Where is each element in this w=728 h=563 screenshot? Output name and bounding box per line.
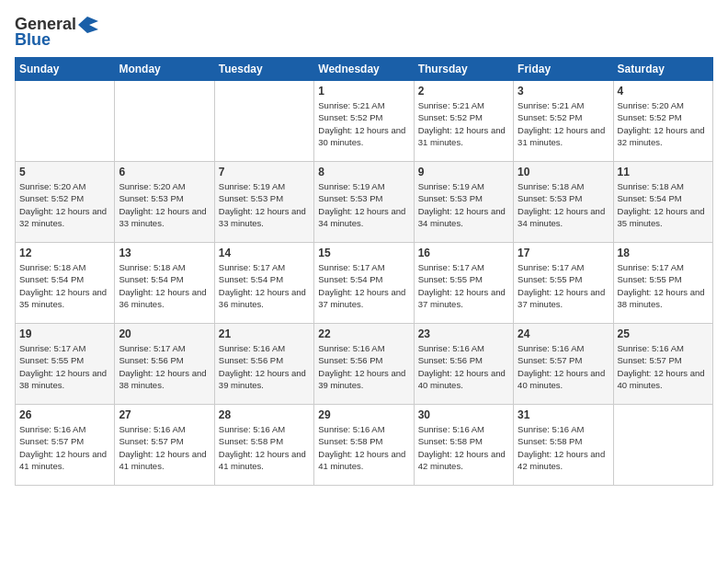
day-info: Sunrise: 5:20 AMSunset: 5:52 PMDaylight:… bbox=[19, 180, 110, 229]
day-number: 11 bbox=[618, 166, 709, 178]
logo: General Blue bbox=[15, 15, 98, 50]
day-info: Sunrise: 5:17 AMSunset: 5:56 PMDaylight:… bbox=[119, 342, 210, 391]
day-info: Sunrise: 5:20 AMSunset: 5:52 PMDaylight:… bbox=[618, 99, 709, 148]
day-info: Sunrise: 5:17 AMSunset: 5:55 PMDaylight:… bbox=[518, 261, 609, 310]
calendar-cell: 16Sunrise: 5:17 AMSunset: 5:55 PMDayligh… bbox=[414, 243, 513, 324]
day-info: Sunrise: 5:19 AMSunset: 5:53 PMDaylight:… bbox=[219, 180, 310, 229]
weekday-header-sunday: Sunday bbox=[16, 58, 115, 81]
calendar-cell: 9Sunrise: 5:19 AMSunset: 5:53 PMDaylight… bbox=[414, 162, 513, 243]
weekday-header-monday: Monday bbox=[115, 58, 214, 81]
day-number: 31 bbox=[518, 408, 609, 421]
day-number: 26 bbox=[19, 408, 110, 421]
day-info: Sunrise: 5:21 AMSunset: 5:52 PMDaylight:… bbox=[318, 99, 409, 148]
day-info: Sunrise: 5:18 AMSunset: 5:53 PMDaylight:… bbox=[518, 180, 609, 229]
calendar-cell: 4Sunrise: 5:20 AMSunset: 5:52 PMDaylight… bbox=[613, 81, 712, 162]
day-info: Sunrise: 5:18 AMSunset: 5:54 PMDaylight:… bbox=[19, 261, 110, 310]
logo-text-blue: Blue bbox=[15, 30, 51, 50]
calendar-cell: 13Sunrise: 5:18 AMSunset: 5:54 PMDayligh… bbox=[115, 243, 214, 324]
day-number: 2 bbox=[418, 85, 509, 98]
day-number: 30 bbox=[418, 408, 509, 421]
calendar-cell: 21Sunrise: 5:16 AMSunset: 5:56 PMDayligh… bbox=[214, 324, 313, 405]
day-info: Sunrise: 5:16 AMSunset: 5:58 PMDaylight:… bbox=[219, 423, 310, 472]
calendar-week-row: 12Sunrise: 5:18 AMSunset: 5:54 PMDayligh… bbox=[16, 243, 713, 324]
day-info: Sunrise: 5:16 AMSunset: 5:57 PMDaylight:… bbox=[518, 342, 609, 391]
day-number: 16 bbox=[418, 247, 509, 259]
day-info: Sunrise: 5:16 AMSunset: 5:56 PMDaylight:… bbox=[418, 342, 509, 391]
day-info: Sunrise: 5:16 AMSunset: 5:58 PMDaylight:… bbox=[518, 423, 609, 472]
calendar-cell: 2Sunrise: 5:21 AMSunset: 5:52 PMDaylight… bbox=[414, 81, 513, 162]
calendar-cell: 8Sunrise: 5:19 AMSunset: 5:53 PMDaylight… bbox=[314, 162, 414, 243]
weekday-header-tuesday: Tuesday bbox=[214, 58, 313, 81]
day-info: Sunrise: 5:19 AMSunset: 5:53 PMDaylight:… bbox=[418, 180, 509, 229]
day-info: Sunrise: 5:17 AMSunset: 5:55 PMDaylight:… bbox=[618, 261, 709, 310]
day-number: 22 bbox=[318, 327, 409, 340]
day-number: 10 bbox=[518, 166, 609, 178]
calendar-cell: 1Sunrise: 5:21 AMSunset: 5:52 PMDaylight… bbox=[314, 81, 414, 162]
day-number: 9 bbox=[418, 166, 509, 178]
day-number: 17 bbox=[518, 247, 609, 259]
day-number: 4 bbox=[618, 85, 709, 98]
day-info: Sunrise: 5:17 AMSunset: 5:54 PMDaylight:… bbox=[219, 261, 310, 310]
day-number: 14 bbox=[219, 247, 310, 259]
calendar-cell: 28Sunrise: 5:16 AMSunset: 5:58 PMDayligh… bbox=[214, 405, 313, 486]
day-info: Sunrise: 5:16 AMSunset: 5:56 PMDaylight:… bbox=[219, 342, 310, 391]
calendar-cell: 11Sunrise: 5:18 AMSunset: 5:54 PMDayligh… bbox=[613, 162, 712, 243]
day-info: Sunrise: 5:19 AMSunset: 5:53 PMDaylight:… bbox=[318, 180, 409, 229]
weekday-header-wednesday: Wednesday bbox=[314, 58, 414, 81]
calendar-cell: 29Sunrise: 5:16 AMSunset: 5:58 PMDayligh… bbox=[314, 405, 414, 486]
calendar-cell: 6Sunrise: 5:20 AMSunset: 5:53 PMDaylight… bbox=[115, 162, 214, 243]
calendar-cell: 5Sunrise: 5:20 AMSunset: 5:52 PMDaylight… bbox=[16, 162, 115, 243]
day-number: 13 bbox=[119, 247, 210, 259]
calendar-cell bbox=[613, 405, 712, 486]
day-info: Sunrise: 5:16 AMSunset: 5:58 PMDaylight:… bbox=[418, 423, 509, 472]
day-number: 25 bbox=[618, 327, 709, 340]
day-info: Sunrise: 5:20 AMSunset: 5:53 PMDaylight:… bbox=[119, 180, 210, 229]
weekday-header-saturday: Saturday bbox=[613, 58, 712, 81]
day-info: Sunrise: 5:21 AMSunset: 5:52 PMDaylight:… bbox=[418, 99, 509, 148]
calendar-cell: 10Sunrise: 5:18 AMSunset: 5:53 PMDayligh… bbox=[514, 162, 613, 243]
day-number: 18 bbox=[618, 247, 709, 259]
calendar-cell: 27Sunrise: 5:16 AMSunset: 5:57 PMDayligh… bbox=[115, 405, 214, 486]
calendar-cell bbox=[115, 81, 214, 162]
day-number: 7 bbox=[219, 166, 310, 178]
calendar-cell: 20Sunrise: 5:17 AMSunset: 5:56 PMDayligh… bbox=[115, 324, 214, 405]
day-number: 19 bbox=[19, 327, 110, 340]
day-info: Sunrise: 5:17 AMSunset: 5:55 PMDaylight:… bbox=[418, 261, 509, 310]
day-info: Sunrise: 5:21 AMSunset: 5:52 PMDaylight:… bbox=[518, 99, 609, 148]
calendar-cell: 23Sunrise: 5:16 AMSunset: 5:56 PMDayligh… bbox=[414, 324, 513, 405]
weekday-header-row: SundayMondayTuesdayWednesdayThursdayFrid… bbox=[16, 58, 713, 81]
day-number: 15 bbox=[318, 247, 409, 259]
calendar-cell: 24Sunrise: 5:16 AMSunset: 5:57 PMDayligh… bbox=[514, 324, 613, 405]
calendar-cell: 31Sunrise: 5:16 AMSunset: 5:58 PMDayligh… bbox=[514, 405, 613, 486]
calendar-cell: 17Sunrise: 5:17 AMSunset: 5:55 PMDayligh… bbox=[514, 243, 613, 324]
day-number: 28 bbox=[219, 408, 310, 421]
day-number: 29 bbox=[318, 408, 409, 421]
calendar-week-row: 5Sunrise: 5:20 AMSunset: 5:52 PMDaylight… bbox=[16, 162, 713, 243]
calendar-cell bbox=[16, 81, 115, 162]
day-number: 5 bbox=[19, 166, 110, 178]
calendar-cell: 25Sunrise: 5:16 AMSunset: 5:57 PMDayligh… bbox=[613, 324, 712, 405]
header: General Blue bbox=[15, 15, 713, 50]
day-info: Sunrise: 5:16 AMSunset: 5:57 PMDaylight:… bbox=[119, 423, 210, 472]
day-number: 3 bbox=[518, 85, 609, 98]
day-info: Sunrise: 5:17 AMSunset: 5:55 PMDaylight:… bbox=[19, 342, 110, 391]
svg-marker-0 bbox=[78, 17, 98, 33]
day-info: Sunrise: 5:16 AMSunset: 5:58 PMDaylight:… bbox=[318, 423, 409, 472]
weekday-header-thursday: Thursday bbox=[414, 58, 513, 81]
calendar-cell: 22Sunrise: 5:16 AMSunset: 5:56 PMDayligh… bbox=[314, 324, 414, 405]
day-number: 23 bbox=[418, 327, 509, 340]
calendar-week-row: 1Sunrise: 5:21 AMSunset: 5:52 PMDaylight… bbox=[16, 81, 713, 162]
calendar-cell: 7Sunrise: 5:19 AMSunset: 5:53 PMDaylight… bbox=[214, 162, 313, 243]
day-number: 20 bbox=[119, 327, 210, 340]
calendar-cell: 12Sunrise: 5:18 AMSunset: 5:54 PMDayligh… bbox=[16, 243, 115, 324]
day-number: 6 bbox=[119, 166, 210, 178]
logo-bird-icon bbox=[78, 17, 98, 33]
day-info: Sunrise: 5:16 AMSunset: 5:57 PMDaylight:… bbox=[618, 342, 709, 391]
calendar-table: SundayMondayTuesdayWednesdayThursdayFrid… bbox=[15, 57, 713, 486]
day-number: 8 bbox=[318, 166, 409, 178]
day-number: 1 bbox=[318, 85, 409, 98]
calendar-cell: 18Sunrise: 5:17 AMSunset: 5:55 PMDayligh… bbox=[613, 243, 712, 324]
calendar-cell: 26Sunrise: 5:16 AMSunset: 5:57 PMDayligh… bbox=[16, 405, 115, 486]
calendar-cell: 15Sunrise: 5:17 AMSunset: 5:54 PMDayligh… bbox=[314, 243, 414, 324]
day-info: Sunrise: 5:16 AMSunset: 5:56 PMDaylight:… bbox=[318, 342, 409, 391]
